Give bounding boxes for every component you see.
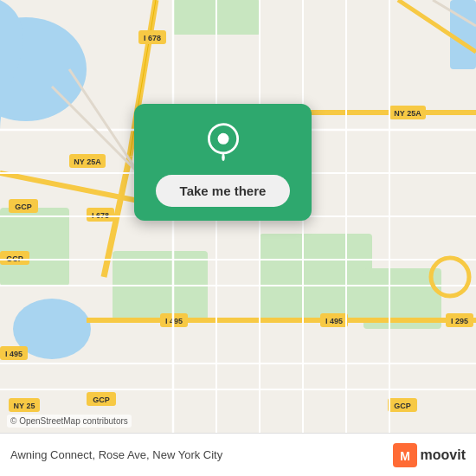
svg-point-62 bbox=[217, 133, 228, 145]
moovit-brand-text: moovit bbox=[421, 447, 466, 463]
svg-text:I 495: I 495 bbox=[5, 350, 23, 358]
svg-text:GCP: GCP bbox=[93, 396, 110, 404]
svg-text:NY 25A: NY 25A bbox=[74, 158, 101, 166]
svg-text:M: M bbox=[400, 449, 410, 463]
svg-rect-6 bbox=[0, 208, 69, 286]
take-me-there-button[interactable]: Take me there bbox=[156, 175, 291, 207]
svg-text:I 678: I 678 bbox=[144, 34, 161, 42]
bottom-bar: Awning Connect, Rose Ave, New York City … bbox=[0, 433, 476, 476]
moovit-icon: M bbox=[393, 443, 417, 467]
svg-text:I 295: I 295 bbox=[451, 317, 468, 325]
svg-text:GCP: GCP bbox=[15, 203, 32, 211]
svg-text:NY 25A: NY 25A bbox=[394, 109, 421, 118]
map-container: I 678 25A NY 25A I 678 GCP NY 25A I 495 … bbox=[0, 0, 476, 433]
svg-text:GCP: GCP bbox=[394, 402, 411, 410]
popup-card: Take me there bbox=[134, 104, 312, 221]
osm-attribution: © OpenStreetMap contributors bbox=[7, 415, 132, 428]
svg-text:NY 25: NY 25 bbox=[14, 402, 35, 410]
location-label: Awning Connect, Rose Ave, New York City bbox=[10, 448, 222, 461]
svg-text:I 495: I 495 bbox=[325, 317, 343, 325]
location-pin-icon bbox=[203, 121, 244, 163]
svg-rect-5 bbox=[260, 234, 372, 320]
moovit-logo: M moovit bbox=[393, 443, 466, 467]
attribution-text: © OpenStreetMap contributors bbox=[10, 416, 128, 426]
